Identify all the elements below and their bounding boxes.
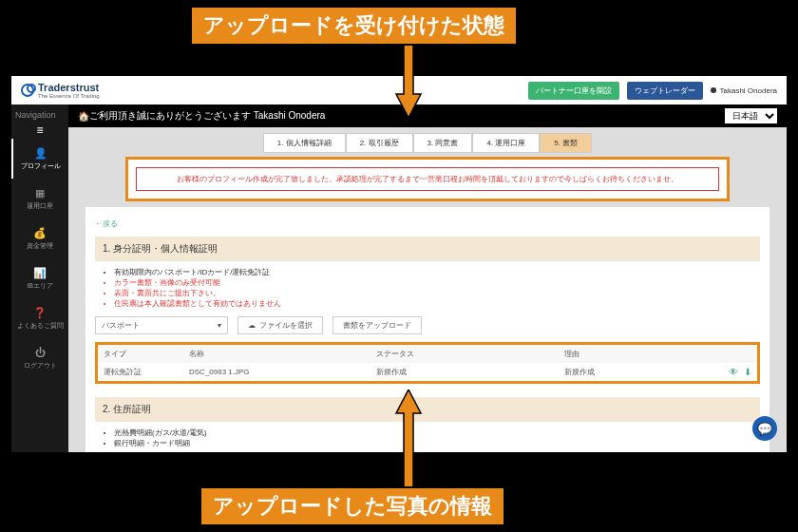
back-link[interactable]: ←戻る [95,218,118,229]
cell-status: 新規作成 [376,367,563,377]
sidebar-item-label: IBエリア [27,281,53,291]
sidebar-item-funds[interactable]: 💰 資金管理 [11,218,68,258]
money-icon: 💰 [33,226,47,239]
hamburger-icon[interactable]: ≡ [34,122,45,139]
sidebar-item-label: プロフィール [21,162,61,171]
tab-trading-history[interactable]: 2. 取引履歴 [346,133,413,153]
document-type-select[interactable]: パスポート ▾ [95,316,228,334]
sidebar-item-label: 資金管理 [27,241,53,251]
brand-tagline: The Essence Of Trading [38,93,100,99]
home-icon: 🏠 [78,111,89,122]
column-header: 理由 [564,349,751,359]
choose-file-button[interactable]: ☁ ファイルを選択 [238,316,323,334]
list-item: 銀行明細・カード明細 [114,438,760,448]
identity-requirements-list: 有効期限内のパスポート/IDカード/運転免許証 カラー書類・画像のみ受付可能 表… [95,267,760,309]
open-partner-account-button[interactable]: パートナー口座を開設 [528,82,619,100]
tab-agreement[interactable]: 3. 同意書 [413,133,473,153]
user-name: Takashi Onodera [720,86,777,95]
select-value: パスポート [102,320,140,331]
user-avatar-icon [711,87,716,93]
sidebar-item-logout[interactable]: ⏻ ログアウト [11,338,68,378]
tab-personal-info[interactable]: 1. 個人情報詳細 [263,133,346,153]
chart-icon: 📊 [33,266,47,279]
welcome-bar: 🏠 ご利用頂き誠にありがとうございます Takashi Onodera 日本語 [68,104,787,127]
list-item: 光熱費明細(ガス/水道/電気) [114,428,760,438]
nav-label: Navigation [11,108,68,122]
list-item: 有効期限内のパスポート/IDカード/運転免許証 [114,267,760,277]
side-navigation: Navigation ≡ 👤 プロフィール ▦ 運用口座 💰 資金管理 📊 IB… [11,104,68,452]
cell-type: 運転免許証 [104,367,189,377]
language-select[interactable]: 日本語 [725,108,777,124]
annotation-callout-bottom: アップロードした写真の情報 [200,486,505,526]
annotation-callout-top: アップロードを受け付けた状態 [190,6,518,46]
table-row: 運転免許証 DSC_0983 1.JPG 新規作成 新規作成 👁 ⬇ [98,363,757,381]
cloud-icon: ☁ [248,321,256,330]
tab-account[interactable]: 4. 運用口座 [472,133,540,153]
brand-logo[interactable]: Traderstrust The Essence Of Trading [21,82,100,99]
cell-reason: 新規作成 [564,367,595,377]
sidebar-item-ib[interactable]: 📊 IBエリア [11,258,68,298]
list-item: カラー書類・画像のみ受付可能 [114,277,760,288]
user-menu[interactable]: Takashi Onodera [711,86,777,95]
list-item: 住民票は本人確認書類として有効ではありません [114,298,760,309]
cell-filename: DSC_0983 1.JPG [189,368,376,376]
sidebar-item-label: 運用口座 [27,201,53,211]
uploaded-files-highlight: タイプ 名称 ステータス 理由 運転免許証 DSC_0983 1.JPG 新規作… [95,342,760,384]
power-icon: ⏻ [33,346,47,359]
button-label: ファイルを選択 [259,320,313,331]
table-header-row: タイプ 名称 ステータス 理由 [98,345,757,363]
sidebar-item-label: よくあるご質問 [17,321,64,331]
sidebar-item-profile[interactable]: 👤 プロフィール [11,139,68,179]
step-tabs: 1. 個人情報詳細 2. 取引履歴 3. 同意書 4. 運用口座 5. 書類 [78,133,777,153]
download-file-icon[interactable]: ⬇ [744,367,751,377]
sidebar-item-accounts[interactable]: ▦ 運用口座 [11,179,68,218]
logo-icon [21,84,34,97]
grid-icon: ▦ [33,186,47,200]
arrow-down-icon [394,42,423,118]
main-content: 🏠 ご利用頂き誠にありがとうございます Takashi Onodera 日本語 … [68,104,787,452]
column-header: ステータス [376,349,563,359]
sidebar-item-faq[interactable]: ❓ よくあるご質問 [11,298,68,338]
chat-icon: 💬 [757,422,772,436]
section-identity-heading: 1. 身分証明・個人情報証明 [95,237,760,261]
documents-panel: ←戻る 1. 身分証明・個人情報証明 有効期限内のパスポート/IDカード/運転免… [86,207,770,452]
upload-document-button[interactable]: 書類をアップロード [332,316,422,334]
status-alert: お客様のプロフィール作成が完了致しました。承認処理が完了するまで一営業日程お時間… [136,167,719,191]
brand-name: Traderstrust [38,82,99,93]
column-header: 名称 [189,349,376,359]
list-item: 表面・裏面共にご提出下さい。 [114,288,760,298]
tab-documents[interactable]: 5. 書類 [540,133,592,153]
status-alert-highlight: お客様のプロフィール作成が完了致しました。承認処理が完了するまで一営業日程お時間… [125,157,730,201]
column-header: タイプ [104,349,189,359]
chat-support-button[interactable]: 💬 [752,416,777,441]
welcome-text: ご利用頂き誠にありがとうございます Takashi Onodera [89,109,325,123]
sidebar-item-label: ログアウト [24,361,57,370]
view-file-icon[interactable]: 👁 [729,367,738,377]
web-trader-button[interactable]: ウェブトレーダー [627,82,703,100]
address-requirements-list: 光熱費明細(ガス/水道/電気) 銀行明細・カード明細 [95,428,760,448]
section-address-heading: 2. 住所証明 [95,397,760,422]
arrow-up-icon [394,390,423,490]
user-icon: 👤 [34,146,48,160]
chevron-down-icon: ▾ [218,321,221,330]
upload-controls: パスポート ▾ ☁ ファイルを選択 書類をアップロード [95,316,760,334]
question-icon: ❓ [33,306,47,319]
